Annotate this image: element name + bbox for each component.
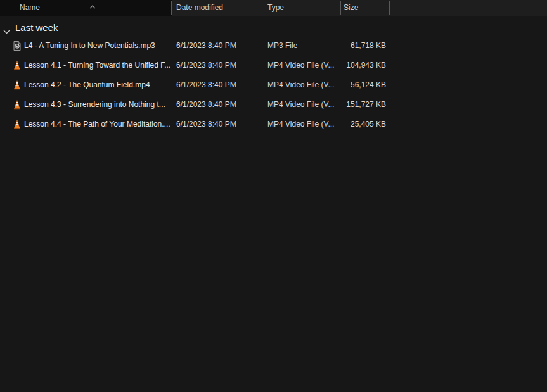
file-size: 56,124 KB (311, 75, 386, 95)
file-date-modified: 6/1/2023 8:40 PM (176, 56, 236, 75)
column-header-band (172, 0, 547, 16)
file-name: Lesson 4.2 - The Quantum Field.mp4 (24, 75, 150, 95)
file-date-modified: 6/1/2023 8:40 PM (176, 36, 236, 56)
group-header-last-week[interactable]: Last week (15, 22, 58, 33)
file-name: Lesson 4.1 - Turning Toward the Unified … (24, 56, 170, 75)
file-date-modified: 6/1/2023 8:40 PM (176, 115, 236, 134)
file-name: L4 - A Tuning In to New Potentials.mp3 (24, 36, 155, 56)
vlc-cone-icon (12, 60, 22, 71)
chevron-up-icon (89, 0, 96, 11)
file-explorer-window: Name Date modified Type Size Last week (0, 0, 547, 392)
file-list: L4 - A Tuning In to New Potentials.mp3 6… (0, 36, 547, 134)
column-header-size[interactable]: Size (344, 0, 358, 16)
column-header-date-modified[interactable]: Date modified (176, 0, 223, 16)
file-name: Lesson 4.4 - The Path of Your Meditation… (24, 115, 170, 134)
column-header-type[interactable]: Type (267, 0, 284, 16)
column-separator[interactable] (264, 1, 264, 15)
file-row[interactable]: Lesson 4.3 - Surrendering into Nothing t… (0, 95, 547, 115)
file-size: 151,727 KB (311, 95, 386, 115)
file-size: 61,718 KB (311, 36, 386, 56)
column-separator[interactable] (171, 1, 172, 15)
media-file-icon (12, 41, 22, 51)
file-row[interactable]: Lesson 4.1 - Turning Toward the Unified … (0, 56, 547, 75)
file-name: Lesson 4.3 - Surrendering into Nothing t… (24, 95, 165, 115)
column-separator[interactable] (340, 1, 341, 15)
file-row[interactable]: Lesson 4.4 - The Path of Your Meditation… (0, 115, 547, 134)
vlc-cone-icon (12, 80, 22, 91)
chevron-down-icon[interactable] (3, 25, 10, 37)
vlc-cone-icon (12, 99, 22, 110)
file-row[interactable]: L4 - A Tuning In to New Potentials.mp3 6… (0, 36, 547, 56)
column-separator[interactable] (389, 1, 390, 15)
file-size: 104,943 KB (311, 56, 386, 75)
file-size: 25,405 KB (311, 115, 386, 134)
file-type: MP3 File (267, 36, 297, 56)
column-header-name[interactable]: Name (20, 0, 40, 16)
file-date-modified: 6/1/2023 8:40 PM (176, 95, 236, 115)
file-row[interactable]: Lesson 4.2 - The Quantum Field.mp4 6/1/2… (0, 75, 547, 95)
vlc-cone-icon (12, 119, 22, 130)
file-date-modified: 6/1/2023 8:40 PM (176, 75, 236, 95)
